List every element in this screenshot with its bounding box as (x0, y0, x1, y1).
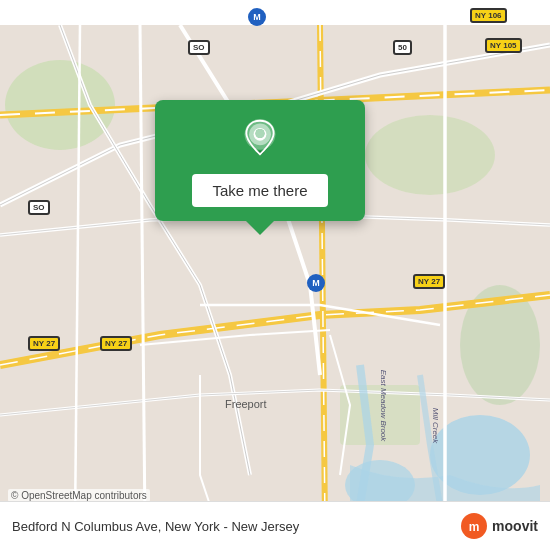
highway-badge-so-top: SO (188, 40, 210, 55)
highway-badge-ny106: NY 106 (470, 8, 507, 23)
metro-marker-mid: M (307, 274, 325, 292)
location-icon-wrapper (240, 118, 280, 162)
address-text: Bedford N Columbus Ave, New York - New J… (12, 519, 299, 534)
svg-point-2 (365, 115, 495, 195)
map-container: NY 106 NY 105 50 SO SO SO NY 27 NY 27 NY… (0, 0, 550, 550)
svg-point-1 (5, 60, 115, 150)
moovit-icon: m (460, 512, 488, 540)
location-pin-icon (240, 118, 280, 158)
popup-card: Take me there (155, 100, 365, 221)
highway-badge-ny27-right: NY 27 (413, 274, 445, 289)
moovit-logo: m moovit (460, 512, 538, 540)
take-me-there-button[interactable]: Take me there (192, 174, 327, 207)
map-background (0, 0, 550, 550)
highway-badge-ny27-left: NY 27 (28, 336, 60, 351)
highway-badge-so-left: SO (28, 200, 50, 215)
highway-badge-50-top: 50 (393, 40, 412, 55)
water-label-mill-creek: Mill Creek (431, 408, 440, 444)
metro-marker-top: M (248, 8, 266, 26)
moovit-label: moovit (492, 518, 538, 534)
highway-badge-ny27-mid: NY 27 (100, 336, 132, 351)
svg-text:m: m (469, 520, 480, 534)
water-label-east-meadow: East Meadow Brook (379, 370, 388, 442)
bottom-bar: Bedford N Columbus Ave, New York - New J… (0, 501, 550, 550)
city-label-freeport: Freeport (225, 398, 267, 410)
svg-point-12 (255, 129, 264, 138)
highway-badge-ny105: NY 105 (485, 38, 522, 53)
